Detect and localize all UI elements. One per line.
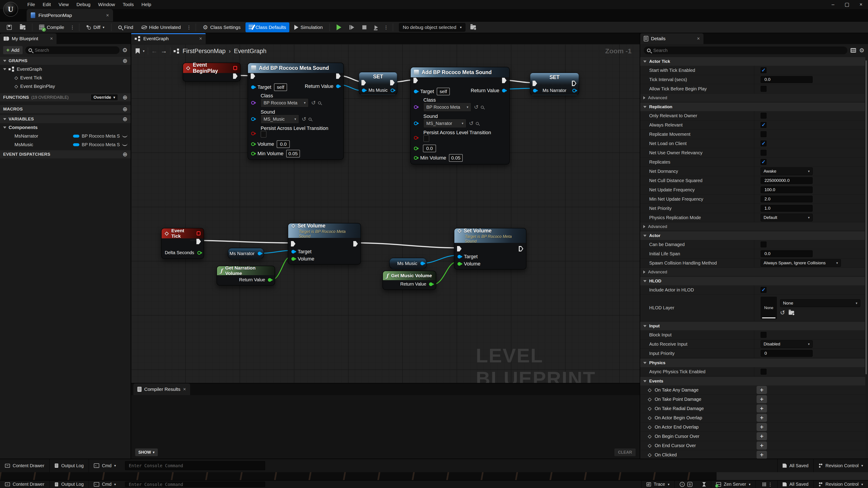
console-command-input[interactable]: Enter Console Command xyxy=(125,461,265,470)
return-value-pin[interactable] xyxy=(429,283,433,286)
console-command-input[interactable]: Enter Console Command xyxy=(125,482,265,487)
hide-unrelated-button[interactable]: Hide Unrelated xyxy=(138,22,184,32)
persist-checkbox[interactable] xyxy=(423,135,429,142)
details-settings-icon[interactable]: ⚙ xyxy=(859,47,864,53)
bookmark-icon[interactable] xyxy=(135,48,140,54)
eye-closed-icon[interactable] xyxy=(122,143,127,146)
value-input[interactable]: 100.0 xyxy=(761,186,813,193)
functions-section-header[interactable]: FUNCTIONS (19 OVERRIDABLE) Override▾ ⊕ xyxy=(0,93,131,101)
advanced-row[interactable]: Advanced xyxy=(640,268,865,276)
target-pin-row[interactable]: Target xyxy=(458,254,477,260)
nav-forward-icon[interactable]: → xyxy=(161,47,167,55)
add-variable-icon[interactable]: ⊕ xyxy=(123,116,127,122)
add-dispatcher-icon[interactable]: ⊕ xyxy=(123,151,127,157)
value-input[interactable]: 0 xyxy=(761,350,813,357)
sidebar-item-event-beginplay[interactable]: ◇ Event BeginPlay xyxy=(0,82,131,91)
var-out-pin[interactable] xyxy=(421,262,424,265)
class-defaults-button[interactable]: Class Defaults xyxy=(246,22,289,32)
target-value[interactable]: self xyxy=(437,88,450,95)
node-var-ms-narrator[interactable]: Ms Narrator xyxy=(228,248,264,259)
graph-canvas[interactable]: ▾ ← → FirstPersonMap › EventGraph Zoom -… xyxy=(131,44,640,383)
exec-in-pin[interactable] xyxy=(251,73,255,79)
ms-narrator-out-pin[interactable] xyxy=(572,89,576,92)
use-selected-icon[interactable]: ↺ xyxy=(780,309,785,316)
volume-value[interactable]: 0.0 xyxy=(277,140,290,148)
target-pin[interactable] xyxy=(251,86,255,89)
checkbox[interactable]: ✓ xyxy=(761,140,767,147)
checkbox[interactable] xyxy=(761,369,767,375)
volume-pin[interactable] xyxy=(291,257,295,261)
exec-out-pin[interactable] xyxy=(353,241,358,247)
checkbox[interactable] xyxy=(761,131,767,137)
advanced-row[interactable]: Advanced xyxy=(640,222,865,231)
return-value-row[interactable]: Return Value xyxy=(239,277,272,283)
min-volume-value[interactable]: 0.05 xyxy=(449,154,463,162)
close-panel-icon[interactable]: × xyxy=(183,386,186,392)
persist-pin[interactable] xyxy=(251,132,255,135)
volume-value[interactable]: 0.0 xyxy=(423,144,436,152)
exec-out-pin[interactable] xyxy=(233,73,238,79)
menu-debug[interactable]: Debug xyxy=(72,0,94,9)
simulation-button[interactable]: Simulation xyxy=(291,22,326,32)
breadcrumb-root[interactable]: FirstPersonMap xyxy=(183,48,226,55)
browse-asset-button[interactable] xyxy=(17,22,29,32)
ms-music-in-pin[interactable] xyxy=(362,89,366,92)
frame-skip-button[interactable] xyxy=(346,22,358,32)
close-panel-icon[interactable]: × xyxy=(50,36,53,41)
checkbox[interactable] xyxy=(761,241,767,248)
event-dispatchers-section-header[interactable]: EVENT DISPATCHERS ⊕ xyxy=(0,150,131,158)
sound-pin[interactable] xyxy=(251,117,255,121)
add-event-button[interactable]: + xyxy=(756,404,767,413)
value-select[interactable]: Awake▾ xyxy=(761,167,813,175)
stop-button[interactable] xyxy=(359,22,370,32)
variables-section-header[interactable]: VARIABLES ⊕ xyxy=(0,115,131,123)
return-value-row[interactable]: Return Value xyxy=(471,88,506,94)
all-saved-button[interactable]: All Saved xyxy=(778,481,814,488)
use-selected-icon[interactable]: ↺ xyxy=(474,104,478,110)
node-add-bp-rococo-meta-sound-music[interactable]: Add BP Rococo Meta Sound Target self Ret… xyxy=(248,63,344,160)
node-get-music-volume[interactable]: ƒGet Music Volume Return Value xyxy=(382,271,436,290)
minimize-button[interactable]: – xyxy=(826,0,840,9)
exec-in-pin[interactable] xyxy=(413,78,418,83)
diff-button[interactable]: Diff▾ xyxy=(83,22,107,32)
target-value[interactable]: self xyxy=(274,84,287,91)
play-options-icon[interactable]: ⋮ xyxy=(383,25,389,30)
menu-file[interactable]: File xyxy=(24,0,39,9)
override-dropdown[interactable]: Override▾ xyxy=(91,94,118,101)
value-input[interactable]: 1.0 xyxy=(761,205,813,212)
add-button[interactable]: +Add xyxy=(3,46,23,54)
section-header-input[interactable]: Input xyxy=(640,322,865,330)
section-header-replication[interactable]: Replication xyxy=(640,103,865,111)
volume-pin[interactable] xyxy=(414,147,417,150)
browse-icon[interactable] xyxy=(481,106,484,109)
details-scrollbar[interactable] xyxy=(865,60,868,375)
maximize-button[interactable]: ▢ xyxy=(840,0,854,9)
checkbox[interactable]: ✓ xyxy=(761,287,767,293)
debug-browse-button[interactable] xyxy=(467,22,479,32)
checkbox[interactable]: ✓ xyxy=(761,159,767,165)
use-selected-icon[interactable]: ↺ xyxy=(469,120,473,127)
ms-narrator-in-pin[interactable] xyxy=(533,89,537,92)
find-button[interactable]: Find xyxy=(115,22,136,32)
nav-back-icon[interactable]: ← xyxy=(151,47,158,55)
section-header-actor[interactable]: Actor xyxy=(640,231,865,240)
volume-pin-row[interactable]: 0.0 xyxy=(414,144,436,152)
insights-buttons[interactable]: ‖▥ xyxy=(675,481,698,488)
return-value-row[interactable]: Return Value xyxy=(305,84,340,89)
return-value-pin[interactable] xyxy=(268,278,272,282)
output-log-button[interactable]: Output Log xyxy=(50,459,89,472)
value-input[interactable]: 2.0 xyxy=(761,196,813,202)
clear-button[interactable]: CLEAR xyxy=(614,449,636,456)
node-set-volume-narrator[interactable]: ◇Set Volume Target is BP Rococo Meta Sou… xyxy=(288,223,361,265)
use-selected-icon[interactable]: ↺ xyxy=(311,100,316,106)
close-panel-icon[interactable]: × xyxy=(199,36,202,41)
hlod-layer-select[interactable]: None▾ xyxy=(780,299,860,307)
panel-settings-icon[interactable]: ⚙ xyxy=(122,47,127,53)
close-tab-icon[interactable]: × xyxy=(106,12,109,18)
task-status-button[interactable] xyxy=(698,481,711,488)
sidebar-item-event-tick[interactable]: ◇ Event Tick xyxy=(0,73,131,82)
ms-music-out-pin[interactable] xyxy=(391,89,394,92)
browse-icon[interactable] xyxy=(476,122,479,125)
volume-pin-row[interactable]: Volume 0.0 xyxy=(251,140,290,148)
sound-pin[interactable] xyxy=(414,122,417,125)
